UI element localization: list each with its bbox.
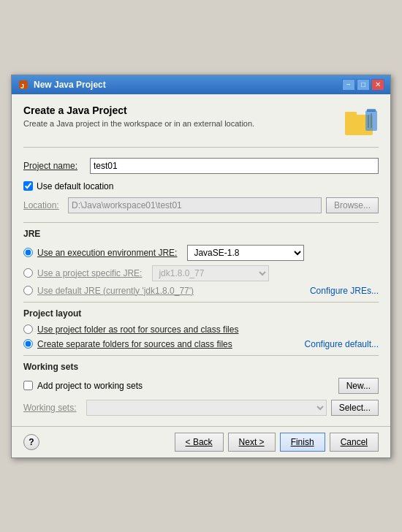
working-sets-label: Working sets:	[23, 403, 82, 413]
separator-3	[23, 355, 379, 356]
working-sets-select	[86, 400, 327, 416]
title-text: New Java Project	[34, 80, 106, 90]
project-name-label: Project name:	[23, 161, 86, 171]
jre-default-label: Use default JRE (currently 'jdk1.8.0_77'…	[37, 286, 310, 296]
new-working-set-button[interactable]: New...	[338, 378, 379, 394]
jre-specific-select: jdk1.8.0_77	[152, 265, 269, 281]
jre-option3-row: Use default JRE (currently 'jdk1.8.0_77'…	[23, 286, 379, 296]
java-icon: J	[18, 79, 29, 91]
help-button[interactable]: ?	[23, 434, 39, 450]
separator-1	[23, 222, 379, 223]
jre-specific-label: Use a project specific JRE:	[37, 268, 142, 278]
layout-root-radio[interactable]	[23, 324, 33, 334]
add-working-sets-label[interactable]: Add project to working sets	[37, 381, 334, 391]
svg-rect-5	[367, 109, 376, 112]
next-button[interactable]: Next >	[228, 433, 276, 452]
jre-env-select[interactable]: JavaSE-1.8 JavaSE-11 JavaSE-17	[187, 245, 304, 261]
working-sets-select-row: Working sets: Select...	[23, 400, 379, 416]
jre-specific-radio[interactable]	[23, 268, 33, 278]
add-working-sets-checkbox[interactable]	[23, 381, 33, 390]
jre-section-title: JRE	[23, 229, 379, 239]
dialog-subtitle: Create a Java project in the workspace o…	[23, 119, 254, 128]
footer-left: ?	[23, 434, 39, 450]
jre-option1-row: Use an execution environment JRE: JavaSE…	[23, 245, 379, 261]
layout-separate-label: Create separate folders for sources and …	[37, 339, 305, 349]
svg-rect-3	[345, 112, 357, 116]
footer-right: < Back Next > Finish Cancel	[175, 433, 379, 452]
select-working-set-button[interactable]: Select...	[331, 400, 379, 416]
minimize-button[interactable]: −	[342, 79, 355, 91]
jre-env-label: Use an execution environment JRE:	[37, 248, 177, 258]
browse-button: Browse...	[326, 197, 379, 213]
dialog-footer: ? < Back Next > Finish Cancel	[12, 426, 390, 457]
project-name-input[interactable]	[90, 158, 379, 174]
location-label: Location:	[23, 200, 64, 210]
jre-option2-row: Use a project specific JRE: jdk1.8.0_77	[23, 265, 379, 281]
use-default-location-checkbox[interactable]	[23, 181, 33, 191]
add-working-sets-row: Add project to working sets New...	[23, 378, 379, 394]
layout-option2-row: Create separate folders for sources and …	[23, 339, 379, 349]
title-bar: J New Java Project − □ ✕	[12, 75, 390, 94]
maximize-button[interactable]: □	[357, 79, 370, 91]
title-controls: − □ ✕	[342, 79, 384, 91]
cancel-button[interactable]: Cancel	[330, 433, 379, 452]
separator-2	[23, 302, 379, 303]
jre-env-radio[interactable]	[23, 248, 33, 257]
dialog-title: Create a Java Project	[23, 104, 254, 116]
svg-text:J: J	[20, 83, 24, 90]
use-default-location-label[interactable]: Use default location	[37, 181, 113, 191]
header-section: Create a Java Project Create a Java proj…	[23, 104, 379, 148]
location-row: Location: Browse...	[23, 197, 379, 213]
default-location-group: Use default location	[23, 181, 379, 191]
folder-icon	[344, 104, 379, 140]
back-button[interactable]: < Back	[175, 433, 224, 452]
header-text: Create a Java Project Create a Java proj…	[23, 104, 254, 128]
configure-jres-link[interactable]: Configure JREs...	[310, 286, 379, 296]
layout-section-title: Project layout	[23, 308, 379, 319]
configure-default-link[interactable]: Configure default...	[305, 339, 379, 349]
layout-option1-row: Use project folder as root for sources a…	[23, 324, 379, 335]
project-name-group: Project name:	[23, 158, 379, 174]
layout-root-label: Use project folder as root for sources a…	[37, 324, 238, 335]
layout-separate-radio[interactable]	[23, 339, 33, 349]
location-input	[68, 197, 322, 213]
title-bar-left: J New Java Project	[18, 79, 106, 91]
dialog-window: J New Java Project − □ ✕ Create a Java P…	[11, 75, 391, 458]
jre-default-radio[interactable]	[23, 286, 33, 295]
close-button[interactable]: ✕	[371, 79, 384, 91]
working-sets-section-title: Working sets	[23, 362, 379, 372]
dialog-content: Create a Java Project Create a Java proj…	[12, 94, 390, 426]
finish-button[interactable]: Finish	[280, 433, 325, 452]
